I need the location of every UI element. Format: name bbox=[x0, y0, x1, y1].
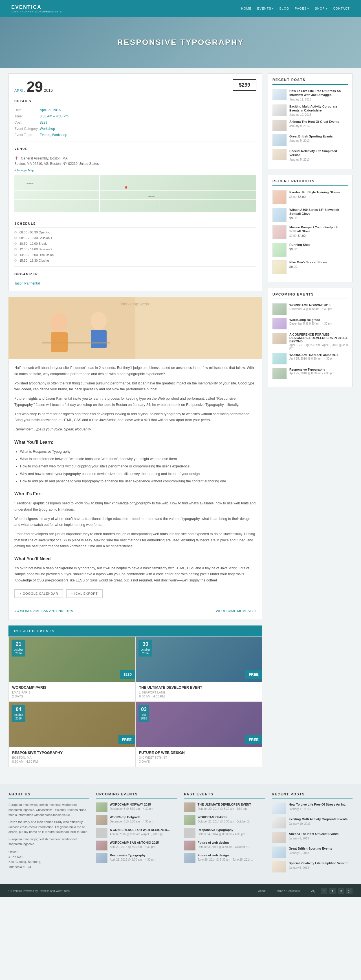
related-img: 04 october 2016 bbox=[9, 702, 135, 747]
googleplus-icon[interactable]: g+ bbox=[346, 888, 353, 894]
map-pin: 📍 bbox=[123, 186, 129, 191]
event-date: April 20, 2016 @ 8:30 am – 4:30 pm bbox=[110, 845, 177, 848]
event-thumbnail bbox=[184, 802, 195, 812]
svg-rect-1 bbox=[8, 297, 135, 359]
footer-links-area: About Terms & Conditions FAQ f t in g+ bbox=[254, 888, 353, 894]
event-title: Future of web design bbox=[198, 840, 265, 845]
event-title: WordCamp Belgrade bbox=[110, 815, 177, 819]
product-thumbnail bbox=[272, 190, 287, 204]
product-item: Nike Men's Soccer Shoes $9.00 bbox=[272, 260, 348, 274]
related-duration: 2 DAYS bbox=[12, 695, 132, 698]
list-item: Why and how to scale your typography bas… bbox=[20, 471, 256, 477]
event-title: WORDCAMP PARIS bbox=[198, 815, 265, 819]
detail-category: Event Category: Workshop bbox=[14, 127, 256, 131]
detail-time-val: 8:30 Am – 4:30 Pm bbox=[40, 114, 68, 118]
post-date: January 11, 2013 bbox=[289, 98, 348, 101]
event-thumbnail bbox=[96, 802, 108, 812]
facebook-icon[interactable]: f bbox=[321, 888, 327, 894]
prev-event-link[interactable]: « WORDCAMP SAN ANTONIO 2015 bbox=[14, 608, 73, 614]
about-text3: European minnow pigperfish moshead warbo… bbox=[8, 837, 89, 847]
event-title: WordCamp Belgrade bbox=[289, 318, 348, 321]
linkedin-icon[interactable]: in bbox=[338, 888, 344, 894]
about-widget: ABOUT US European minnow pigperfish mosh… bbox=[8, 792, 89, 876]
event-date: December 3 @ 8:30 am – 4:30 pm bbox=[110, 807, 177, 810]
price-tag: FREE bbox=[245, 735, 262, 744]
recent-post: Arizona The Host Of Great Events January… bbox=[272, 120, 348, 131]
venue-section: VENUE 📍 General Assembly, Boston, MA Bos… bbox=[14, 147, 256, 212]
post-thumbnail bbox=[272, 802, 286, 814]
detail-time: Time: 8:30 Am – 4:30 Pm bbox=[14, 114, 256, 118]
footer-about-link[interactable]: About bbox=[258, 889, 265, 892]
schedule-item: 12:00 - 14:00 Session 2 bbox=[14, 248, 256, 251]
event-thumbnail bbox=[96, 828, 108, 838]
related-info: RESPONSIVE TYPOGRAPHY BOSTON, MA 8:30 AM… bbox=[9, 747, 135, 767]
google-map-link[interactable]: + Google Map bbox=[14, 169, 34, 172]
event-info-box: april 29 2016 $299 DETAILS Date: April 2… bbox=[8, 73, 262, 291]
detail-cost: Cost: $299 bbox=[14, 121, 256, 124]
product-item: Mizuno Prospect Youth Fastpitch Softball… bbox=[272, 225, 348, 239]
next-event-link[interactable]: WORDCAMP MUMBAI » bbox=[216, 608, 256, 614]
related-section: RELATED EVENTS 21 october 2014 $230 WORD… bbox=[8, 625, 262, 767]
post-date: January 5, 2013 bbox=[289, 158, 348, 161]
event-thumbnail bbox=[272, 318, 287, 329]
related-event-title: WORDCAMP PARIS bbox=[12, 685, 132, 690]
nav-contact[interactable]: CONTACT bbox=[333, 7, 350, 10]
related-info: FUTURE OF WEB DESIGN 340 WEST 50TH ST 3 … bbox=[136, 747, 262, 767]
venue-address: 📍 General Assembly, Boston, MA Boston, M… bbox=[14, 156, 256, 167]
nav-pages[interactable]: PAGES bbox=[295, 7, 309, 10]
google-cal-button[interactable]: + GOOGLE CALENDAR bbox=[14, 589, 63, 598]
related-img: 21 october 2014 bbox=[9, 637, 135, 682]
footer-event: WORDCAMP SAN ANTONIO 2015 April 20, 2016… bbox=[96, 840, 177, 850]
logo[interactable]: EVENTICA JUST ANOTHER WORDPRESS SITE bbox=[11, 4, 62, 13]
footer-event: Responsive Typography October 4, 2014 @ … bbox=[184, 828, 265, 838]
post-title: Exciting Multi Activity Corporate Events… bbox=[289, 817, 353, 821]
desc-remember: Remember: Type is your voice. Speak eloq… bbox=[14, 426, 256, 433]
recent-post: Special Relativity Lite Simplified Versi… bbox=[272, 861, 353, 872]
product-price: $2.00$4.00 bbox=[289, 234, 348, 237]
upcoming-events-widget: UPCOMING EVENTS WORDCAMP NORWAY 2015 Dec… bbox=[268, 288, 353, 387]
list-item: What is Responsive Typography bbox=[20, 449, 256, 455]
nav-shop[interactable]: SHOP bbox=[315, 7, 327, 10]
nav-home[interactable]: HOME bbox=[241, 7, 252, 10]
list-item: What is the difference between 'web safe… bbox=[20, 456, 256, 462]
post-date: January 5, 2013 bbox=[289, 866, 353, 869]
schedule-item: 10:30 - 12:00 Break bbox=[14, 242, 256, 245]
date-badge: 21 october 2014 bbox=[11, 640, 25, 656]
event-date: December 5 @ 8:30 am - 4:30 pm bbox=[289, 322, 348, 325]
footer-widgets: ABOUT US European minnow pigperfish mosh… bbox=[0, 784, 361, 884]
nav-events[interactable]: EVENTS bbox=[257, 7, 274, 10]
event-month: april bbox=[14, 89, 26, 92]
date-badge: 30 october 2014 bbox=[138, 640, 152, 656]
event-thumbnail bbox=[184, 815, 195, 825]
details-section: DETAILS Date: April 29, 2016 Time: 8:30 … bbox=[14, 99, 256, 137]
post-thumbnail bbox=[272, 861, 286, 872]
recent-post: Great British Sporting Events January 5,… bbox=[272, 134, 348, 146]
recent-post: How To Live Life Free Of Stress An Inter… bbox=[272, 89, 348, 101]
recent-posts-title: RECENT POSTS bbox=[272, 78, 348, 85]
post-date: January 10, 2013 bbox=[289, 113, 348, 116]
footer-past-title: PAST EVENTS bbox=[184, 792, 265, 799]
calendar-buttons: + GOOGLE CALENDAR + ICAL EXPORT bbox=[14, 589, 256, 598]
footer-faq-link[interactable]: FAQ bbox=[310, 889, 315, 892]
product-thumbnail bbox=[272, 225, 287, 239]
event-thumbnail bbox=[184, 828, 195, 838]
nav-blog[interactable]: BLOG bbox=[280, 7, 289, 10]
footer-recent-widget: RECENT POSTS How To Live Life Free Of St… bbox=[272, 792, 353, 876]
learn-title: What You'll Learn: bbox=[14, 438, 256, 446]
event-description: Half the web will abandon your site if i… bbox=[8, 359, 262, 620]
related-card: 04 october 2016 FREE RESPONSIVE TYPOGRAP… bbox=[8, 702, 135, 767]
event-title: Responsive Typography bbox=[289, 368, 348, 371]
product-name: Wilson A360 Series 13" Slowpitch Softbal… bbox=[289, 208, 348, 216]
ical-button[interactable]: + ICAL EXPORT bbox=[66, 589, 103, 598]
event-title: A CONFERENCE FOR WEB DESIGNERS & DEVELOP… bbox=[289, 333, 348, 343]
recent-products-widget: RECENT PRODUCTS Everlast Pro Style Train… bbox=[268, 175, 353, 282]
twitter-icon[interactable]: t bbox=[329, 888, 336, 894]
organizer-name: Jason Parmental bbox=[14, 282, 40, 285]
recent-post: How To Live Life Free Of Stress An Int..… bbox=[272, 802, 353, 814]
footer-upcoming-widget: UPCOMING EVENTS WORDCAMP NORWAY 2015 Dec… bbox=[96, 792, 177, 876]
footer-terms-link[interactable]: Terms & Conditions bbox=[275, 889, 300, 892]
post-thumbnail bbox=[272, 89, 287, 100]
post-title: Arizona The Host Of Great Events bbox=[289, 832, 353, 836]
upcoming-event: A CONFERENCE FOR WEB DESIGNERS & DEVELOP… bbox=[272, 333, 348, 350]
product-price: $9.00 bbox=[289, 216, 348, 220]
